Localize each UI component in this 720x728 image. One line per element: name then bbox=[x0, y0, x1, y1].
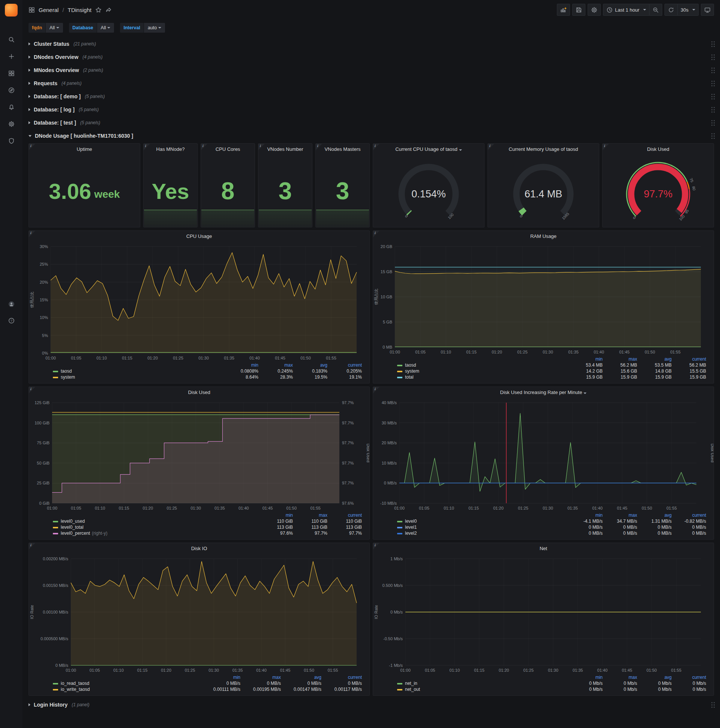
panel-title[interactable]: Net bbox=[373, 543, 714, 554]
variable-label[interactable]: Database bbox=[69, 23, 97, 33]
legend-column-avg[interactable]: avg bbox=[640, 512, 675, 518]
series-name[interactable]: level0_used bbox=[61, 518, 85, 524]
disk-used-chart[interactable]: 0 GiB97.6%25 GiB97.7%50 GiB97.7%75 GiB97… bbox=[29, 398, 369, 512]
search-icon[interactable] bbox=[5, 34, 17, 45]
row-dnode-usage[interactable]: DNode Usage [ huolinhe-TM1701:6030 ] bbox=[29, 130, 714, 142]
variable-label[interactable]: Interval bbox=[120, 23, 143, 33]
row-login-history[interactable]: Login History(1 panel) bbox=[29, 699, 714, 711]
series-swatch[interactable] bbox=[397, 527, 403, 528]
panel-menu-caret-icon[interactable] bbox=[459, 149, 462, 151]
tv-mode-button[interactable] bbox=[701, 4, 714, 16]
breadcrumb-page[interactable]: TDinsight bbox=[68, 7, 92, 13]
panel-info-corner[interactable] bbox=[258, 144, 265, 150]
legend-column-avg[interactable]: avg bbox=[296, 362, 330, 368]
legend-column-min[interactable]: min bbox=[227, 362, 261, 368]
series-name[interactable]: system bbox=[61, 375, 75, 380]
series-swatch[interactable] bbox=[53, 521, 58, 522]
dashboard-settings-button[interactable] bbox=[587, 4, 601, 16]
drag-handle-icon[interactable] bbox=[711, 120, 712, 121]
series-name[interactable]: system bbox=[405, 369, 419, 374]
panel-menu-caret-icon[interactable] bbox=[584, 393, 586, 394]
series-swatch[interactable] bbox=[53, 689, 58, 690]
series-swatch[interactable] bbox=[397, 365, 403, 366]
legend-column-current[interactable]: current bbox=[675, 356, 709, 362]
legend-column-avg[interactable]: avg bbox=[284, 674, 324, 681]
legend-column-min[interactable]: min bbox=[261, 512, 296, 518]
legend-column-max[interactable]: max bbox=[606, 356, 640, 362]
row-cluster-status[interactable]: Cluster Status(21 panels) bbox=[29, 38, 714, 50]
panel-info-corner[interactable] bbox=[29, 231, 35, 237]
legend-column-current[interactable]: current bbox=[675, 674, 709, 681]
legend-column-max[interactable]: max bbox=[243, 674, 284, 681]
series-name[interactable]: level0_total bbox=[61, 525, 84, 530]
drag-handle-icon[interactable] bbox=[711, 94, 712, 95]
legend-column-max[interactable]: max bbox=[606, 512, 640, 518]
panel-title[interactable]: VNodes Masters bbox=[316, 144, 369, 155]
series-swatch[interactable] bbox=[53, 683, 58, 684]
panel-title[interactable]: Disk Used bbox=[603, 144, 714, 155]
panel-info-corner[interactable] bbox=[29, 543, 35, 549]
panel-title[interactable]: Disk Used bbox=[29, 387, 369, 398]
series-name[interactable]: level1 bbox=[405, 525, 416, 530]
legend-column-current[interactable]: current bbox=[675, 512, 709, 518]
user-avatar[interactable] bbox=[5, 298, 17, 310]
panel-title[interactable]: CPU Usage bbox=[29, 231, 369, 242]
dashboards-icon[interactable] bbox=[5, 67, 17, 79]
panel-info-corner[interactable] bbox=[488, 144, 494, 150]
panel-info-corner[interactable] bbox=[29, 144, 35, 150]
series-swatch[interactable] bbox=[53, 533, 58, 534]
share-icon[interactable] bbox=[105, 7, 112, 13]
legend-column-max[interactable]: max bbox=[296, 512, 330, 518]
panel-info-corner[interactable] bbox=[373, 543, 380, 549]
drag-handle-icon[interactable] bbox=[711, 81, 712, 82]
variable-value-dropdown[interactable]: auto bbox=[144, 23, 165, 33]
explore-icon[interactable] bbox=[5, 84, 17, 96]
create-icon[interactable] bbox=[5, 50, 17, 62]
panel-title[interactable]: Uptime bbox=[29, 144, 140, 155]
legend-column-current[interactable]: current bbox=[330, 362, 365, 368]
legend-column-avg[interactable]: avg bbox=[640, 356, 675, 362]
ram-usage-chart[interactable]: 0 MB5 GB10 GB15 GB20 GB01:0001:0501:1001… bbox=[373, 242, 714, 356]
legend-column-current[interactable]: current bbox=[324, 674, 365, 681]
series-swatch[interactable] bbox=[397, 683, 403, 684]
legend-column-max[interactable]: max bbox=[606, 674, 640, 681]
configuration-gear-icon[interactable] bbox=[5, 118, 17, 130]
panel-title[interactable]: Disk IO bbox=[29, 543, 369, 554]
series-swatch[interactable] bbox=[53, 371, 58, 372]
disk-io-chart[interactable]: 0 MB/s0.000500 MB/s0.00100 MB/s0.00150 M… bbox=[29, 554, 369, 674]
panel-title[interactable]: RAM Usage bbox=[373, 231, 714, 242]
legend-column-max[interactable]: max bbox=[261, 362, 296, 368]
panel-info-corner[interactable] bbox=[201, 144, 207, 150]
drag-handle-icon[interactable] bbox=[711, 702, 712, 703]
series-name[interactable]: io_read_taosd bbox=[61, 681, 89, 686]
panel-info-corner[interactable] bbox=[373, 387, 380, 393]
drag-handle-icon[interactable] bbox=[711, 107, 712, 108]
panel-info-corner[interactable] bbox=[373, 231, 380, 237]
disk-rate-chart[interactable]: -10 MB/s0 MB/s10 MB/s20 MB/s30 MB/s40 MB… bbox=[373, 398, 714, 512]
series-name[interactable]: net_in bbox=[405, 681, 417, 686]
panel-title[interactable]: Disk Used Increasing Rate per Minute bbox=[373, 387, 714, 398]
series-swatch[interactable] bbox=[397, 377, 403, 378]
zoom-out-button[interactable] bbox=[650, 4, 662, 16]
star-icon[interactable] bbox=[95, 7, 102, 13]
net-chart[interactable]: -1 Mb/s-0.50 Mb/s0 Mb/s0.500 Mb/s1 Mb/s0… bbox=[373, 554, 714, 674]
series-swatch[interactable] bbox=[53, 377, 58, 378]
refresh-interval-dropdown[interactable]: 30s bbox=[677, 4, 699, 16]
series-name[interactable]: level0 bbox=[405, 518, 416, 524]
panel-title[interactable]: VNodes Number bbox=[258, 144, 312, 155]
series-swatch[interactable] bbox=[397, 533, 403, 534]
add-panel-button[interactable] bbox=[557, 4, 570, 16]
legend-column-current[interactable]: current bbox=[330, 512, 365, 518]
legend-column-min[interactable]: min bbox=[203, 674, 243, 681]
drag-handle-icon[interactable] bbox=[711, 41, 712, 43]
legend-column-min[interactable]: min bbox=[571, 356, 606, 362]
time-range-picker[interactable]: Last 1 hour bbox=[603, 4, 650, 16]
cpu-usage-chart[interactable]: 0%5%10%15%20%25%30%01:0001:0501:1001:150… bbox=[29, 242, 369, 362]
variable-value-dropdown[interactable]: All bbox=[97, 23, 114, 33]
series-name[interactable]: level0_percent bbox=[61, 531, 90, 536]
row-requests[interactable]: Requests(4 panels) bbox=[29, 77, 714, 89]
panel-title[interactable]: Current Memory Usage of taosd bbox=[488, 144, 599, 155]
row-dnodes-overview[interactable]: DNodes Overview(4 panels) bbox=[29, 51, 714, 63]
drag-handle-icon[interactable] bbox=[711, 133, 712, 135]
row-database-log[interactable]: Database: [ log ](5 panels) bbox=[29, 104, 714, 116]
